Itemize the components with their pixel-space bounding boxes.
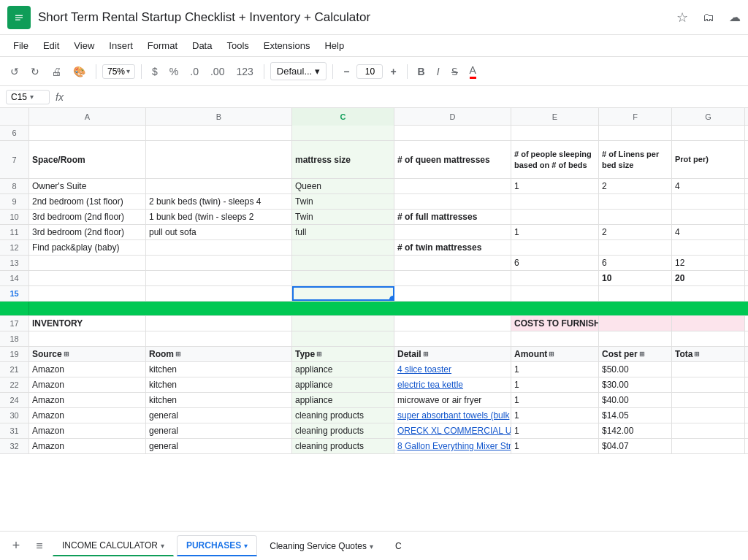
menu-format[interactable]: Format [142,37,183,54]
cell-11g[interactable]: 4 [672,225,745,239]
cell-22f[interactable]: $30.00 [599,377,672,392]
cell-31f[interactable]: $142.00 [599,423,672,438]
cell-7e[interactable]: # of people sleeping based on # of beds [511,141,599,178]
cell-31d[interactable]: ORECK XL COMMERCIAL U [394,423,511,438]
cell-14e[interactable] [511,271,599,285]
cell-7b[interactable] [146,141,292,178]
menu-extensions[interactable]: Extensions [258,37,316,54]
cell-30f[interactable]: $14.05 [599,408,672,423]
cell-30g[interactable] [672,408,745,423]
cell-17g[interactable] [672,316,745,331]
cell-18b[interactable] [146,331,292,346]
cell-9e[interactable] [511,194,599,209]
menu-insert[interactable]: Insert [103,37,139,54]
filter-icon-type[interactable]: ⊞ [316,350,322,358]
cell-22c[interactable]: appliance [292,377,394,392]
cell-8c[interactable]: Queen [292,179,394,193]
tab-purchases-arrow[interactable]: ▾ [244,542,248,550]
cell-15a[interactable] [29,286,146,301]
filter-icon-total[interactable]: ⊞ [694,350,700,358]
cell-15b[interactable] [146,286,292,301]
cell-12a[interactable]: Find pack&play (baby) [29,240,146,255]
filter-icon-costper[interactable]: ⊞ [639,350,645,358]
cell-22a[interactable]: Amazon [29,377,146,392]
cell-31e[interactable]: 1 [511,423,599,438]
cell-8f[interactable]: 2 [599,179,672,193]
menu-file[interactable]: File [7,37,34,54]
cell-11c[interactable]: full [292,225,394,239]
cell-11b[interactable]: pull out sofa [146,225,292,239]
print-button[interactable]: 🖨 [47,63,66,80]
cell-6e[interactable] [511,126,599,140]
menu-tools[interactable]: Tools [221,37,254,54]
cell-7d[interactable]: # of queen mattresses [394,141,511,178]
cell-30c[interactable]: cleaning products [292,408,394,423]
cell-12g[interactable] [672,240,745,255]
cell-9a[interactable]: 2nd bedroom (1st floor) [29,194,146,209]
cell-17b[interactable] [146,316,292,331]
cell-6b[interactable] [146,126,292,140]
cell-24g[interactable] [672,393,745,407]
cell-15f[interactable] [599,286,672,301]
cell-18a[interactable] [29,331,146,346]
dollar-button[interactable]: $ [148,63,162,80]
filter-icon-detail[interactable]: ⊞ [423,350,429,358]
cell-32e[interactable]: 1 [511,439,599,453]
cell-14a[interactable] [29,271,146,285]
tab-cleaning-arrow[interactable]: ▾ [370,542,373,551]
cell-10g[interactable] [672,210,745,224]
cloud-icon[interactable]: ☁ [729,10,741,24]
cell-21g[interactable] [672,362,745,377]
cell-13b[interactable] [146,256,292,270]
cell-31c[interactable]: cleaning products [292,423,394,438]
cell-17e[interactable]: COSTS TO FURNISH [511,316,599,331]
col-header-a[interactable]: A [29,108,146,126]
cell-10f[interactable] [599,210,672,224]
cell-10a[interactable]: 3rd bedroom (2nd floor) [29,210,146,224]
font-size-plus[interactable]: + [386,63,400,80]
decimal1-button[interactable]: .0 [186,63,203,80]
cell-9d[interactable] [394,194,511,209]
folder-icon[interactable]: 🗂 [703,11,714,24]
cell-30b[interactable]: general [146,408,292,423]
cell-30d[interactable]: super absorbant towels (bulk [394,408,511,423]
paint-format-button[interactable]: 🎨 [69,63,90,80]
cell-7f[interactable]: # of Linens per bed size [599,141,672,178]
italic-button[interactable]: I [432,63,444,80]
zoom-arrow[interactable]: ▾ [126,67,130,75]
cell-19e[interactable]: Amount ⊞ [511,347,599,361]
text-color-button[interactable]: A [465,61,481,82]
cell-32c[interactable]: cleaning products [292,439,394,453]
cell-17a[interactable]: INVENTORY [29,316,146,331]
tab-purchases[interactable]: PURCHASES ▾ [177,535,257,556]
col-header-c[interactable]: C [292,108,394,126]
filter-icon-amount[interactable]: ⊞ [549,350,554,358]
cell-32d[interactable]: 8 Gallon Everything Mixer Str... [394,439,511,453]
cell-21f[interactable]: $50.00 [599,362,672,377]
menu-edit[interactable]: Edit [37,37,65,54]
cell-11e[interactable]: 1 [511,225,599,239]
cell-10d[interactable]: # of full mattresses [394,210,511,224]
cell-13a[interactable] [29,256,146,270]
cell-13e[interactable]: 6 [511,256,599,270]
cell-22e[interactable]: 1 [511,377,599,392]
cell-30a[interactable]: Amazon [29,408,146,423]
cell-24c[interactable]: appliance [292,393,394,407]
col-header-f[interactable]: F [599,108,672,126]
cell-31a[interactable]: Amazon [29,423,146,438]
cell-31b[interactable]: general [146,423,292,438]
cell-22g[interactable] [672,377,745,392]
cell-22d[interactable]: electric tea kettle [394,377,511,392]
cell-32a[interactable]: Amazon [29,439,146,453]
cell-12d[interactable]: # of twin mattresses [394,240,511,255]
cell-8a[interactable]: Owner's Suite [29,179,146,193]
cell-11a[interactable]: 3rd bedroom (2nd floor) [29,225,146,239]
cell-6d[interactable] [394,126,511,140]
cell-19c[interactable]: Type ⊞ [292,347,394,361]
cell-14d[interactable] [394,271,511,285]
cell-32g[interactable] [672,439,745,453]
cell-31g[interactable] [672,423,745,438]
add-sheet-button[interactable]: + [6,536,26,556]
cell-8e[interactable]: 1 [511,179,599,193]
cell-32f[interactable]: $04.07 [599,439,672,453]
